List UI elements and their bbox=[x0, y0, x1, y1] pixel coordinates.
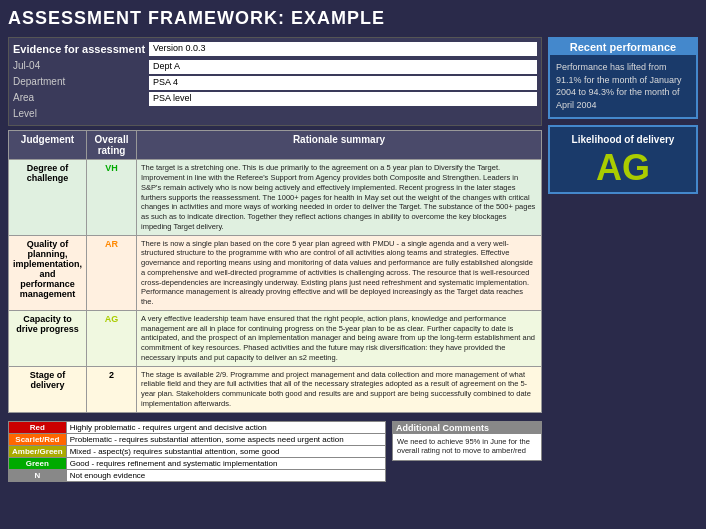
likelihood-section: Likelihood of delivery AG bbox=[548, 125, 698, 194]
legend-desc-cell: Mixed - aspect(s) requires substantial a… bbox=[66, 445, 385, 457]
evidence-fields: Version 0.0.3 Dept A PSA 4 PSA level bbox=[149, 42, 537, 121]
legend-table: RedHighly problematic - requires urgent … bbox=[8, 421, 386, 482]
evidence-labels: Evidence for assessment Jul-04 Departmen… bbox=[13, 42, 145, 121]
table-row: Stage of delivery2The stage is available… bbox=[9, 366, 542, 412]
rating-cell: AG bbox=[87, 310, 137, 366]
legend-color-cell: Amber/Green bbox=[9, 445, 67, 457]
legend-color-cell: Scarlet/Red bbox=[9, 433, 67, 445]
evidence-dept-label: Department bbox=[13, 75, 145, 89]
judgement-cell: Stage of delivery bbox=[9, 366, 87, 412]
table-row: Degree of challengeVHThe target is a str… bbox=[9, 160, 542, 235]
table-header-row: Judgement Overall rating Rationale summa… bbox=[9, 131, 542, 160]
likelihood-rating: AG bbox=[556, 150, 690, 186]
legend-row: Amber/GreenMixed - aspect(s) requires su… bbox=[9, 445, 386, 457]
legend-color-cell: Green bbox=[9, 457, 67, 469]
recent-performance: Recent performance Performance has lifte… bbox=[548, 37, 698, 119]
legend-wrapper: RedHighly problematic - requires urgent … bbox=[8, 421, 386, 482]
evidence-section: Evidence for assessment Jul-04 Departmen… bbox=[8, 37, 542, 126]
legend-desc-cell: Good - requires refinement and systemati… bbox=[66, 457, 385, 469]
psa-row: PSA 4 bbox=[149, 76, 537, 90]
version-row: Version 0.0.3 bbox=[149, 42, 537, 56]
judgement-cell: Degree of challenge bbox=[9, 160, 87, 235]
psa-level-value: PSA level bbox=[149, 92, 537, 106]
evidence-level-label: Level bbox=[13, 107, 145, 121]
legend-color-cell: Red bbox=[9, 421, 67, 433]
rationale-cell: There is now a single plan based on the … bbox=[137, 235, 542, 310]
evidence-title: Evidence for assessment bbox=[13, 42, 145, 57]
right-panel: Recent performance Performance has lifte… bbox=[548, 37, 698, 482]
psa-value: PSA 4 bbox=[149, 76, 537, 90]
legend-desc-cell: Highly problematic - requires urgent and… bbox=[66, 421, 385, 433]
legend-row: Scarlet/RedProblematic - requires substa… bbox=[9, 433, 386, 445]
additional-text: We need to achieve 95% in June for the o… bbox=[397, 437, 530, 456]
likelihood-title: Likelihood of delivery bbox=[556, 133, 690, 146]
comments-wrapper: Additional Comments We need to achieve 9… bbox=[392, 421, 542, 482]
rationale-cell: The target is a stretching one. This is … bbox=[137, 160, 542, 235]
additional-comments: Additional Comments We need to achieve 9… bbox=[392, 421, 542, 462]
rationale-cell: The stage is available 2/9. Programme an… bbox=[137, 366, 542, 412]
rating-cell: AR bbox=[87, 235, 137, 310]
rationale-cell: A very effective leadership team have en… bbox=[137, 310, 542, 366]
legend-color-cell: N bbox=[9, 469, 67, 481]
col-rationale: Rationale summary bbox=[137, 131, 542, 160]
rating-cell: VH bbox=[87, 160, 137, 235]
additional-title: Additional Comments bbox=[393, 422, 541, 434]
page-title: ASSESSMENT FRAMEWORK: EXAMPLE bbox=[8, 8, 698, 29]
version-value: Version 0.0.3 bbox=[149, 42, 537, 56]
judgement-cell: Quality of planning, implementation, and… bbox=[9, 235, 87, 310]
legend-desc-cell: Not enough evidence bbox=[66, 469, 385, 481]
dept-value: Dept A bbox=[149, 60, 537, 74]
legend-desc-cell: Problematic - requires substantial atten… bbox=[66, 433, 385, 445]
recent-performance-text: Performance has lifted from 91.1% for th… bbox=[556, 61, 690, 111]
recent-performance-title: Recent performance bbox=[550, 39, 696, 55]
rating-cell: 2 bbox=[87, 366, 137, 412]
evidence-area-label: Area bbox=[13, 91, 145, 105]
table-row: Capacity to drive progressAGA very effec… bbox=[9, 310, 542, 366]
legend-row: NNot enough evidence bbox=[9, 469, 386, 481]
judgement-cell: Capacity to drive progress bbox=[9, 310, 87, 366]
col-judgement: Judgement bbox=[9, 131, 87, 160]
content-area: Evidence for assessment Jul-04 Departmen… bbox=[8, 37, 698, 482]
legend-row: GreenGood - requires refinement and syst… bbox=[9, 457, 386, 469]
main-container: ASSESSMENT FRAMEWORK: EXAMPLE Evidence f… bbox=[0, 0, 706, 529]
legend-row: RedHighly problematic - requires urgent … bbox=[9, 421, 386, 433]
psa-level-row: PSA level bbox=[149, 92, 537, 106]
col-rating: Overall rating bbox=[87, 131, 137, 160]
assessment-table: Judgement Overall rating Rationale summa… bbox=[8, 130, 542, 412]
dept-row: Dept A bbox=[149, 60, 537, 74]
table-row: Quality of planning, implementation, and… bbox=[9, 235, 542, 310]
bottom-section: RedHighly problematic - requires urgent … bbox=[8, 421, 542, 482]
left-panel: Evidence for assessment Jul-04 Departmen… bbox=[8, 37, 542, 482]
evidence-date: Jul-04 bbox=[13, 59, 145, 73]
